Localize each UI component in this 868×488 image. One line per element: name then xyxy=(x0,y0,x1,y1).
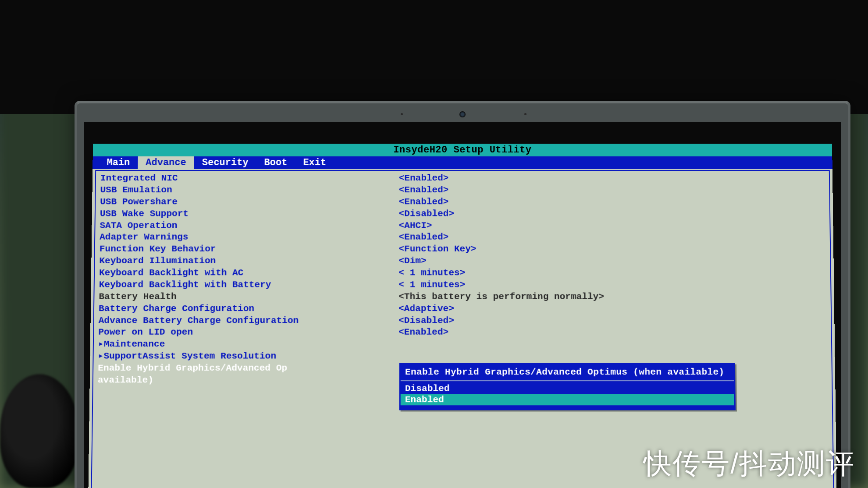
setting-label: Adapter Warnings xyxy=(100,232,399,244)
setting-value xyxy=(398,339,827,350)
setting-label: Keyboard Illumination xyxy=(99,255,398,267)
setting-label: Function Key Behavior xyxy=(100,244,399,255)
setting-row[interactable]: Battery Charge Configuration<Adaptive> xyxy=(99,303,826,315)
setting-row[interactable]: Keyboard Illumination<Dim> xyxy=(99,255,825,267)
setting-label: Enable Hybrid Graphics/Advanced Op xyxy=(98,363,398,375)
setting-value: <This battery is performing normally> xyxy=(398,291,826,303)
setting-label: USB Wake Support xyxy=(100,208,399,220)
setting-value: <Dim> xyxy=(398,255,825,267)
screen-black-border: InsydeH20 Setup Utility MainAdvanceSecur… xyxy=(84,122,841,488)
mic-dot-icon xyxy=(401,113,403,115)
setting-row[interactable]: Function Key Behavior<Function Key> xyxy=(100,244,826,255)
setting-label: ▸Maintenance xyxy=(98,339,398,350)
setting-row[interactable]: Advance Battery Charge Configuration<Dis… xyxy=(99,315,827,327)
setting-row[interactable]: Adapter Warnings<Enabled> xyxy=(100,232,825,244)
menu-tab-security[interactable]: Security xyxy=(194,156,256,169)
setting-value: <Enabled> xyxy=(398,327,827,339)
setting-row[interactable]: USB Emulation<Enabled> xyxy=(100,184,825,196)
setting-value: <Disabled> xyxy=(399,208,825,220)
setting-row[interactable]: ▸SupportAssist System Resolution xyxy=(98,350,827,362)
mouse-silhouette xyxy=(0,374,79,488)
bios-menu-bar: MainAdvanceSecurityBootExit xyxy=(92,156,832,169)
bios-title: InsydeH20 Setup Utility xyxy=(93,144,832,156)
setting-value: < 1 minutes> xyxy=(398,267,826,279)
setting-label: ▸SupportAssist System Resolution xyxy=(98,350,398,362)
setting-row[interactable]: USB Powershare<Enabled> xyxy=(100,196,825,208)
popup-options: DisabledEnabled xyxy=(401,381,734,409)
setting-row[interactable]: Battery Health<This battery is performin… xyxy=(99,291,826,303)
setting-row[interactable]: SATA Operation<AHCI> xyxy=(100,220,825,232)
option-popup: Enable Hybrid Graphics/Advanced Optimus … xyxy=(399,363,736,410)
laptop-bezel: InsydeH20 Setup Utility MainAdvanceSecur… xyxy=(75,101,850,488)
setting-value xyxy=(398,350,827,362)
setting-value: <Enabled> xyxy=(399,184,825,196)
setting-label: Advance Battery Charge Configuration xyxy=(99,315,399,327)
setting-label: SATA Operation xyxy=(100,220,398,232)
setting-value: <Function Key> xyxy=(398,244,825,255)
popup-title: Enable Hybrid Graphics/Advanced Optimus … xyxy=(401,364,734,381)
setting-row[interactable]: Integrated NIC<Enabled> xyxy=(100,173,825,184)
popup-option[interactable]: Enabled xyxy=(401,394,734,405)
setting-label: Integrated NIC xyxy=(100,173,399,184)
popup-option[interactable]: Disabled xyxy=(401,383,734,394)
setting-value: <Enabled> xyxy=(399,173,825,184)
setting-label: USB Emulation xyxy=(100,184,398,196)
setting-row[interactable]: Power on LID open<Enabled> xyxy=(98,327,827,339)
mic-dot-icon xyxy=(524,113,526,115)
photo-dark-area xyxy=(0,0,868,114)
setting-value: <Enabled> xyxy=(399,196,825,208)
menu-tab-boot[interactable]: Boot xyxy=(256,156,295,169)
setting-value: < 1 minutes> xyxy=(398,279,826,291)
setting-label: Power on LID open xyxy=(98,327,398,339)
setting-label: available) xyxy=(98,375,398,386)
setting-row[interactable]: USB Wake Support<Disabled> xyxy=(100,208,825,220)
bios-screen: InsydeH20 Setup Utility MainAdvanceSecur… xyxy=(88,144,836,488)
watermark-text: 快传号/抖动测评 xyxy=(644,445,855,483)
menu-tab-exit[interactable]: Exit xyxy=(295,156,334,169)
setting-value: <Adaptive> xyxy=(398,303,826,315)
setting-label: Battery Health xyxy=(99,291,398,303)
setting-label: Keyboard Backlight with AC xyxy=(99,267,398,279)
setting-label: Keyboard Backlight with Battery xyxy=(99,279,399,291)
setting-label: USB Powershare xyxy=(100,196,399,208)
menu-tab-main[interactable]: Main xyxy=(99,156,138,169)
setting-row[interactable]: Keyboard Backlight with AC< 1 minutes> xyxy=(99,267,826,279)
bios-content-panel: Integrated NIC<Enabled>USB Emulation<Ena… xyxy=(91,170,834,488)
setting-value: <Enabled> xyxy=(398,232,825,244)
setting-row[interactable]: Keyboard Backlight with Battery< 1 minut… xyxy=(99,279,826,291)
menu-tab-advance[interactable]: Advance xyxy=(138,156,194,169)
setting-label: Battery Charge Configuration xyxy=(99,303,398,315)
setting-value: <AHCI> xyxy=(399,220,825,232)
webcam-icon xyxy=(459,111,466,117)
setting-value: <Disabled> xyxy=(398,315,826,327)
setting-row[interactable]: ▸Maintenance xyxy=(98,339,827,350)
